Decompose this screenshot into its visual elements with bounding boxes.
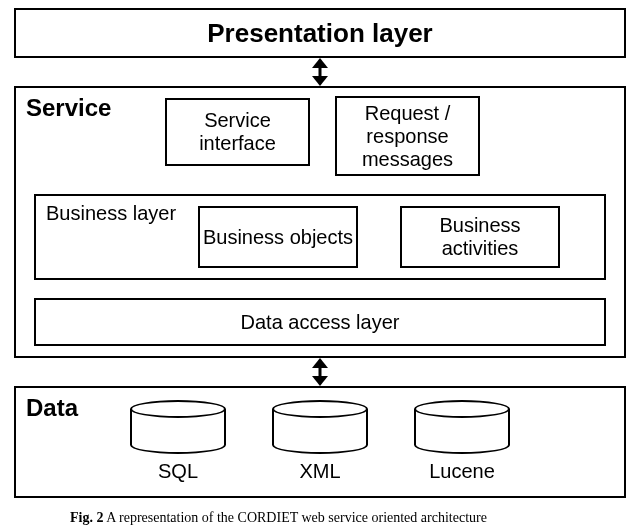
datastore-lucene (414, 400, 510, 454)
service-interface-box: Service interface (165, 98, 310, 166)
datastore-sql (130, 400, 226, 454)
arrow-service-data (314, 358, 326, 386)
datastore-lucene-label: Lucene (414, 460, 510, 483)
service-layer-title: Service (26, 94, 111, 122)
datastore-xml (272, 400, 368, 454)
data-layer-title: Data (26, 394, 78, 422)
datastore-xml-label: XML (272, 460, 368, 483)
arrow-presentation-service (314, 58, 326, 86)
request-response-box: Request / response messages (335, 96, 480, 176)
business-activities-box: Business activities (400, 206, 560, 268)
architecture-diagram: Presentation layer Service Service inter… (0, 0, 640, 532)
business-layer-title: Business layer (46, 202, 176, 225)
data-access-layer-label: Data access layer (241, 311, 400, 334)
datastore-sql-label: SQL (130, 460, 226, 483)
business-objects-label: Business objects (203, 226, 353, 249)
service-interface-label: Service interface (167, 109, 308, 155)
request-response-label: Request / response messages (337, 102, 478, 171)
business-activities-label: Business activities (402, 214, 558, 260)
presentation-layer-box: Presentation layer (14, 8, 626, 58)
business-objects-box: Business objects (198, 206, 358, 268)
figure-caption: Fig. 2 A representation of the CORDIET w… (70, 510, 487, 526)
data-access-layer-box: Data access layer (34, 298, 606, 346)
figure-caption-prefix: Fig. 2 (70, 510, 103, 525)
figure-caption-text: A representation of the CORDIET web serv… (106, 510, 487, 525)
presentation-layer-title: Presentation layer (207, 18, 432, 49)
